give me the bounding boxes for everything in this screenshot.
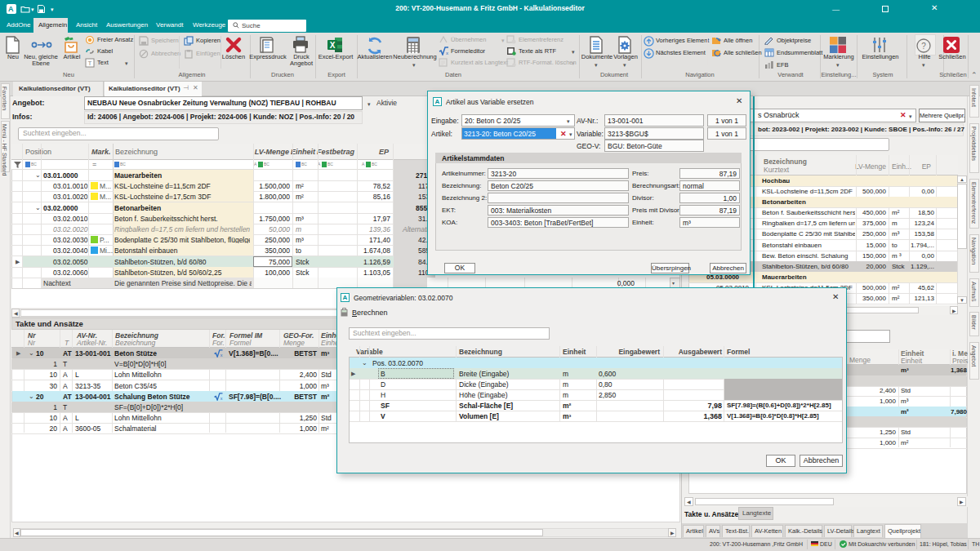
- svg-text:?: ?: [921, 42, 926, 51]
- svg-text:x: x: [220, 396, 223, 401]
- svg-text:x: x: [446, 51, 448, 56]
- svg-text:X: X: [330, 41, 336, 50]
- svg-text:x: x: [220, 353, 223, 358]
- svg-text:T: T: [88, 60, 92, 67]
